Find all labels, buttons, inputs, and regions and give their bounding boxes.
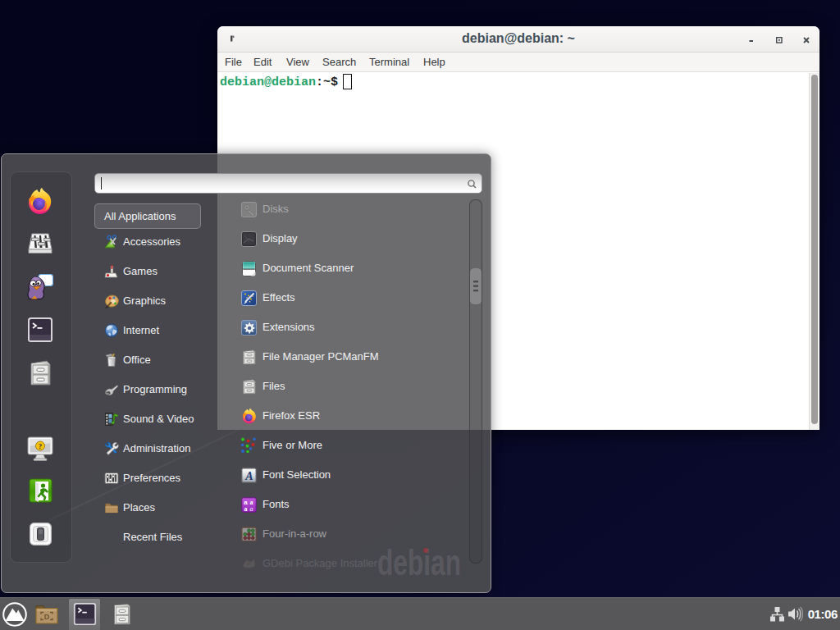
svg-text:D: D bbox=[44, 613, 50, 621]
